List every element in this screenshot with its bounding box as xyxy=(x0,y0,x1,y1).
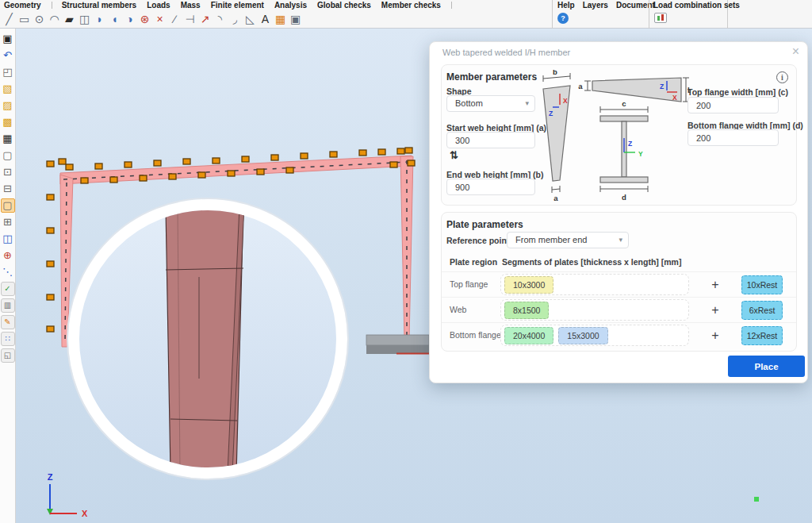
undo-icon[interactable]: ↶ xyxy=(1,48,15,63)
svg-text:X: X xyxy=(672,94,677,102)
tab-finite-element[interactable]: Finite element xyxy=(211,1,264,10)
member-shape-diagram: b a X Z a b Z X c d Z xyxy=(535,70,691,203)
tab-loads[interactable]: Loads xyxy=(147,1,170,10)
path-points-icon[interactable]: ⋱ xyxy=(1,265,15,279)
workplane-active-icon[interactable]: ▢ xyxy=(1,198,15,213)
orient-cube-icon[interactable]: ◰ xyxy=(1,65,15,79)
base-beam xyxy=(366,335,429,354)
menu-bar: Geometry Structural members Loads Mass F… xyxy=(4,0,462,10)
swap-values-icon[interactable]: ⇅ xyxy=(450,149,458,161)
svg-text:Z: Z xyxy=(660,83,664,90)
table-row: Bottom flange 20x4000 15x3000 + 12xRest xyxy=(442,322,796,348)
workplane-b-icon[interactable]: ⊡ xyxy=(1,165,15,179)
view-box-c-icon[interactable]: ▩ xyxy=(1,115,15,129)
rest-segment-chip[interactable]: 6xRest xyxy=(741,301,783,320)
extrude-half-icon[interactable]: ◑ xyxy=(122,11,137,27)
insert-point-icon[interactable]: ⊛ xyxy=(137,11,152,27)
add-segment-button[interactable]: + xyxy=(705,301,726,320)
extrude-right-icon[interactable]: ◗ xyxy=(92,11,107,27)
start-web-height-input[interactable] xyxy=(446,132,535,148)
edit-check-icon[interactable]: ✎ xyxy=(1,315,15,329)
reference-point-select[interactable]: From member end ▾ xyxy=(507,232,629,248)
segment-chip[interactable]: 15x3000 xyxy=(558,327,607,344)
io-toggle-icon[interactable]: ▥ xyxy=(1,298,15,313)
direction-arrow-icon[interactable]: ↗ xyxy=(197,11,213,27)
workplane-a-icon[interactable]: ▢ xyxy=(1,148,15,163)
table-row: Web 8x1500 + 6xRest xyxy=(442,297,796,322)
tab-geometry[interactable]: Geometry xyxy=(4,1,41,10)
rectangle-icon[interactable]: ▭ xyxy=(17,11,32,27)
tab-global-checks[interactable]: Global checks xyxy=(317,1,371,10)
axis-z-label: Z xyxy=(48,472,53,482)
pair-dots-icon[interactable]: ∷ xyxy=(1,332,15,346)
fit-view-icon[interactable]: ◱ xyxy=(1,348,15,363)
workplane-c-icon[interactable]: ⊟ xyxy=(1,182,15,196)
select-view-icon[interactable]: ▣ xyxy=(288,11,303,27)
tab-analysis[interactable]: Analysis xyxy=(274,1,307,10)
tab-structural-members[interactable]: Structural members xyxy=(62,1,136,10)
load-combination-icon[interactable] xyxy=(654,13,667,23)
segments-column: Segments of plates [thickness x length] … xyxy=(502,257,681,267)
help-icon[interactable]: ? xyxy=(557,13,569,24)
top-bar: Geometry Structural members Loads Mass F… xyxy=(0,0,812,29)
view-box-b-icon[interactable]: ▨ xyxy=(1,98,15,113)
grid-icon[interactable]: ▦ xyxy=(1,132,15,146)
save-icon[interactable]: ▣ xyxy=(1,32,15,46)
point-snap-icon[interactable]: ⊕ xyxy=(1,248,15,263)
member-parameters-heading: Member parameters xyxy=(446,71,537,83)
segment-chip[interactable]: 20x4000 xyxy=(504,327,553,344)
tab-help[interactable]: Help xyxy=(557,1,575,10)
fillet-a-icon[interactable]: ◝ xyxy=(213,11,228,27)
magnifier-inset xyxy=(67,198,348,479)
line-icon[interactable]: ╱ xyxy=(2,11,17,27)
rest-segment-chip[interactable]: 10xRest xyxy=(741,275,783,294)
shape-select[interactable]: Bottom ▾ xyxy=(446,95,535,112)
solid-polygon-icon[interactable]: ▰ xyxy=(62,11,77,27)
intersect-icon[interactable]: × xyxy=(152,11,167,27)
close-icon[interactable]: × xyxy=(792,44,799,59)
svg-text:Z: Z xyxy=(628,140,632,148)
tab-mass[interactable]: Mass xyxy=(181,1,201,10)
chevron-down-icon: ▾ xyxy=(525,96,529,111)
end-web-height-input[interactable] xyxy=(446,179,535,195)
row-region-label: Web xyxy=(450,305,466,314)
arc-icon[interactable]: ◠ xyxy=(47,11,62,27)
plate-table: Top flange 10x3000 + 10xRest Web 8x1500 … xyxy=(442,271,796,348)
table-grid-icon[interactable]: ▦ xyxy=(273,11,288,27)
triangle-icon[interactable]: ◺ xyxy=(243,11,258,27)
sheet-icon[interactable]: ⊞ xyxy=(1,215,15,229)
fillet-b-icon[interactable]: ◞ xyxy=(228,11,243,27)
annotate-icon[interactable]: A xyxy=(258,11,273,27)
rect-panel-icon[interactable]: ◫ xyxy=(77,11,92,27)
svg-text:Z: Z xyxy=(549,110,553,117)
apply-check-icon[interactable]: ✓ xyxy=(1,282,15,296)
trim-icon[interactable]: ∕ xyxy=(167,11,182,27)
plate-parameters-section: Plate parameters Reference point From me… xyxy=(441,212,797,352)
load-combination-label: Load combination sets xyxy=(653,1,740,10)
segments-field[interactable]: 10x3000 xyxy=(500,274,689,295)
segment-chip[interactable]: 8x1500 xyxy=(504,302,549,319)
member-parameters-section: Member parameters i Shape Bottom ▾ Start… xyxy=(441,64,797,206)
svg-text:a: a xyxy=(578,82,583,90)
view-box-a-icon[interactable]: ▧ xyxy=(1,82,15,96)
extend-icon[interactable]: ⊣ xyxy=(182,11,197,27)
merge-icon[interactable]: ◫ xyxy=(1,232,15,246)
tab-member-checks[interactable]: Member checks xyxy=(381,1,441,10)
circle-icon[interactable]: ⊙ xyxy=(32,11,47,27)
svg-text:c: c xyxy=(622,99,626,108)
segment-chip[interactable]: 10x3000 xyxy=(504,276,553,294)
help-ribbon-group: Help Layers Document ? xyxy=(552,0,645,29)
place-button[interactable]: Place xyxy=(728,356,805,377)
rest-segment-chip[interactable]: 12xRest xyxy=(741,326,783,345)
top-flange-width-label: Top flange width [mm] (c) xyxy=(688,87,788,97)
info-icon[interactable]: i xyxy=(776,71,788,83)
geometry-toolbar: ╱ ▭ ⊙ ◠ ▰ ◫ ◗ ◖ ◑ ⊛ × ∕ ⊣ ↗ ◝ ◞ ◺ A ▦ ▣ xyxy=(2,10,303,28)
segments-field[interactable]: 20x4000 15x3000 xyxy=(500,325,689,346)
extrude-left-icon[interactable]: ◖ xyxy=(107,11,122,27)
add-segment-button[interactable]: + xyxy=(705,326,726,345)
top-flange-width-input[interactable] xyxy=(688,97,779,113)
bottom-flange-width-input[interactable] xyxy=(688,129,779,146)
tab-layers[interactable]: Layers xyxy=(583,1,608,10)
add-segment-button[interactable]: + xyxy=(705,275,726,294)
segments-field[interactable]: 8x1500 xyxy=(500,299,689,321)
